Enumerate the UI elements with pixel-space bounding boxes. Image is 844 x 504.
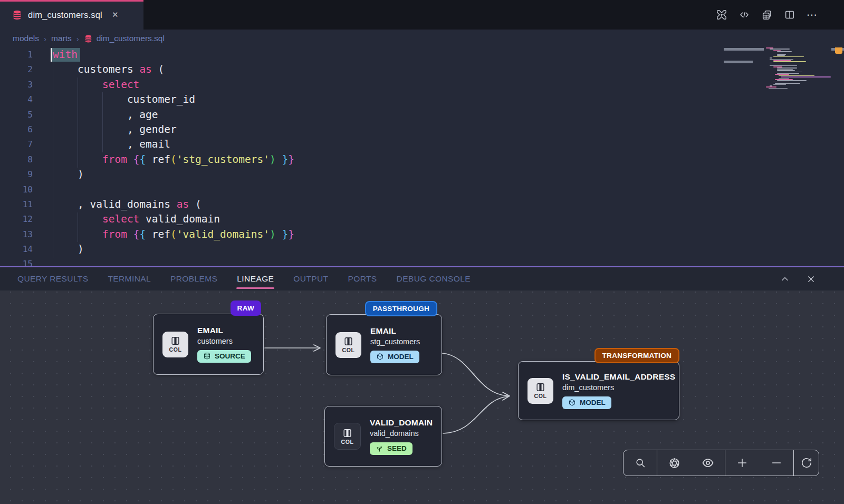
zoom-out-button[interactable]: [766, 452, 787, 473]
collapse-panel-icon[interactable]: [779, 273, 791, 285]
columns-icon: [170, 336, 180, 346]
split-editor-icon[interactable]: [784, 9, 795, 21]
minimap-row: [773, 84, 786, 85]
node-text: VALID_DOMAIN valid_domains SEED: [370, 418, 433, 455]
breadcrumb-marts[interactable]: marts: [51, 34, 72, 43]
minimap-row: [777, 80, 807, 81]
aperture-button[interactable]: [664, 452, 685, 473]
breadcrumb-file[interactable]: dim_customers.sql: [84, 34, 165, 43]
code-editor[interactable]: 1with2 customers as (3 select4 customer_…: [0, 47, 844, 266]
refresh-button[interactable]: [796, 452, 817, 473]
column-chip[interactable]: COL: [334, 423, 361, 450]
panel-tab-ports[interactable]: PORTS: [348, 267, 377, 290]
pill-label: MODEL: [580, 399, 606, 406]
lineage-node-stg-customers[interactable]: PASSTHROUGH COL EMAIL stg_customers MODE…: [326, 314, 442, 375]
minimap-row: [773, 61, 806, 62]
toolbar-section: [725, 450, 794, 476]
line-number: 9: [0, 167, 33, 182]
minimap-row: [777, 51, 792, 52]
code-line[interactable]: 7 , email: [0, 137, 844, 152]
more-actions-icon[interactable]: ⋯: [807, 8, 818, 21]
minimap-row: [781, 76, 831, 77]
zoom-in-button[interactable]: [732, 452, 753, 473]
close-panel-icon[interactable]: [805, 273, 817, 285]
line-number: 12: [0, 212, 33, 227]
panel-tab-debug-console[interactable]: DEBUG CONSOLE: [397, 267, 471, 290]
seed-pill[interactable]: SEED: [370, 442, 413, 455]
copy-table-icon[interactable]: [761, 9, 773, 21]
source-pill[interactable]: SOURCE: [197, 350, 251, 363]
code-line[interactable]: 14 ): [0, 242, 844, 257]
code-line[interactable]: 9 ): [0, 167, 844, 182]
columns-icon: [343, 336, 353, 346]
column-chip[interactable]: COL: [528, 378, 553, 404]
node-subtitle: customers: [197, 337, 251, 345]
code-line[interactable]: 3 select: [0, 77, 844, 92]
minimap-row: [773, 82, 789, 83]
node-text: EMAIL customers SOURCE: [197, 326, 251, 363]
code-line[interactable]: 11 , valid_domains as (: [0, 197, 844, 212]
scrollbar-annotation[interactable]: [835, 47, 842, 54]
node-subtitle: valid_domains: [370, 429, 433, 438]
eye-button[interactable]: [697, 452, 718, 473]
panel-tab-output[interactable]: OUTPUT: [293, 267, 328, 290]
minimap-row: [770, 85, 772, 86]
app-window: dim_customers.sql ✕: [0, 0, 844, 504]
lineage-node-dim-customers[interactable]: TRANSFORMATION COL IS_VALID_EMAIL_ADDRES…: [518, 361, 679, 420]
code-line[interactable]: 4 customer_id: [0, 92, 844, 107]
columns-icon: [535, 382, 545, 392]
panel-tab-query-results[interactable]: QUERY RESULTS: [17, 267, 88, 290]
minimap-row: [770, 63, 772, 64]
minimap-row: [773, 66, 782, 67]
tab-dim-customers[interactable]: dim_customers.sql ✕: [0, 0, 143, 30]
code-line[interactable]: 15: [0, 257, 844, 266]
line-number: 7: [0, 137, 33, 152]
search-button[interactable]: [630, 452, 651, 473]
code-view-icon[interactable]: [738, 9, 750, 21]
code-line[interactable]: 8 from {{ ref('stg_customers') }}: [0, 152, 844, 167]
tab-close-icon[interactable]: ✕: [112, 10, 119, 20]
line-number: 3: [0, 77, 33, 92]
node-text: EMAIL stg_customers MODEL: [370, 326, 420, 363]
database-icon: [84, 34, 93, 43]
minimap[interactable]: [766, 47, 825, 142]
minimap-row: [773, 56, 804, 57]
minimap-row: [777, 72, 802, 73]
column-chip[interactable]: COL: [162, 332, 188, 357]
minimap-row: [779, 75, 814, 76]
code-lines: 1with2 customers as (3 select4 customer_…: [0, 47, 844, 266]
code-line[interactable]: 13 from {{ ref('valid_domains') }}: [0, 227, 844, 242]
transformation-badge: TRANSFORMATION: [594, 348, 679, 363]
code-line[interactable]: 1with: [0, 47, 844, 62]
panel-tab-lineage[interactable]: LINEAGE: [237, 267, 274, 290]
line-number: 4: [0, 92, 33, 107]
code-line[interactable]: 2 customers as (: [0, 62, 844, 77]
minimap-row: [770, 59, 793, 60]
model-pill[interactable]: MODEL: [370, 351, 419, 363]
model-pill[interactable]: MODEL: [562, 396, 611, 409]
indent-guide: [102, 92, 103, 152]
lineage-node-customers[interactable]: RAW COL EMAIL customers SOURCE: [153, 314, 264, 375]
indent-guide: [53, 62, 53, 258]
chip-label: COL: [342, 347, 355, 353]
minimap-row: [777, 53, 783, 54]
code-line[interactable]: 5 , age: [0, 108, 844, 122]
code-line[interactable]: 10: [0, 182, 844, 197]
lineage-canvas[interactable]: RAW COL EMAIL customers SOURCE PASSTHROU…: [0, 290, 844, 504]
code-line[interactable]: 6 , gender: [0, 122, 844, 137]
chip-label: COL: [169, 346, 182, 353]
lineage-node-valid-domains[interactable]: COL VALID_DOMAIN valid_domains SEED: [324, 406, 442, 467]
panel-tab-terminal[interactable]: TERMINAL: [108, 267, 151, 290]
minimap-row: [777, 67, 797, 69]
column-chip[interactable]: COL: [335, 332, 361, 358]
panel-tab-problems[interactable]: PROBLEMS: [170, 267, 217, 290]
minimap-selection-mark: [724, 61, 753, 63]
breadcrumb-models[interactable]: models: [13, 34, 39, 43]
minimap-row: [777, 69, 793, 70]
tab-title: dim_customers.sql: [28, 10, 102, 20]
dbt-power-user-icon[interactable]: [716, 9, 727, 21]
code-line[interactable]: 12 select valid_domain: [0, 212, 844, 227]
line-number: 2: [0, 62, 33, 77]
editor-tab-bar: dim_customers.sql ✕: [0, 0, 844, 30]
pill-label: SOURCE: [215, 352, 245, 360]
